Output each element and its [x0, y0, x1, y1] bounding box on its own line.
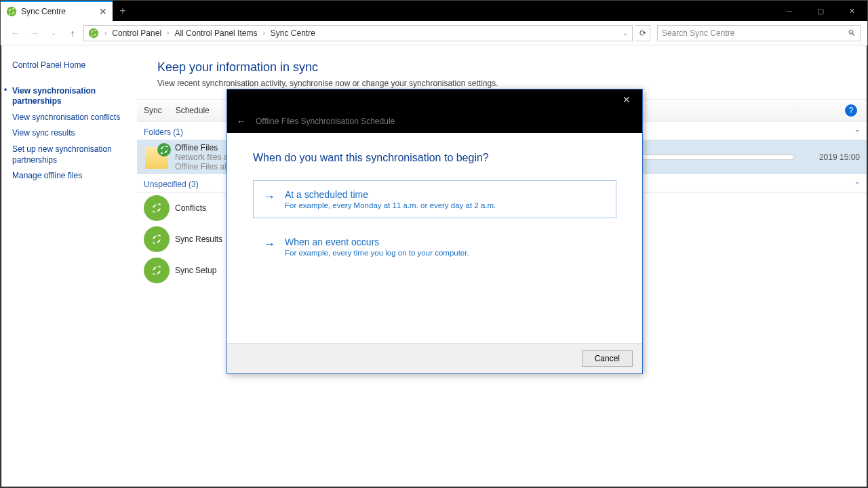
- sidebar: Control Panel Home View synchronisation …: [1, 45, 137, 487]
- up-button[interactable]: ↑: [64, 28, 81, 39]
- breadcrumb-item[interactable]: Sync Centre: [271, 28, 315, 38]
- dialog-question: When do you want this synchronisation to…: [253, 152, 616, 164]
- sidebar-item-conflicts[interactable]: View synchronisation conflicts: [12, 110, 137, 126]
- cancel-button[interactable]: Cancel: [582, 350, 633, 367]
- minimize-button[interactable]: ─: [774, 1, 805, 21]
- dialog-back-button[interactable]: ←: [237, 116, 246, 127]
- option-scheduled-time[interactable]: → At a scheduled time For example, every…: [253, 180, 616, 218]
- sync-centre-icon: [6, 6, 17, 17]
- item-time: 2019 15:00: [819, 152, 860, 162]
- svg-point-1: [89, 28, 98, 37]
- sidebar-item-partnerships[interactable]: View synchronisation partnerships: [12, 83, 137, 110]
- option-desc: For example, every Monday at 11 a.m. or …: [285, 200, 496, 209]
- sync-results-icon: [144, 226, 170, 252]
- sidebar-item-offline[interactable]: Manage offline files: [12, 168, 137, 184]
- option-event-occurs[interactable]: → When an event occurs For example, ever…: [253, 228, 616, 266]
- maximize-button[interactable]: ▢: [805, 1, 836, 21]
- arrow-right-icon: →: [263, 237, 275, 250]
- group-label: Unspecified (3): [144, 180, 199, 189]
- chevron-right-icon[interactable]: ›: [260, 29, 267, 37]
- address-dropdown-icon[interactable]: ⌄: [623, 29, 628, 37]
- search-placeholder: Search Sync Centre: [662, 28, 734, 38]
- search-input[interactable]: Search Sync Centre 🔍︎: [657, 25, 861, 41]
- titlebar: Sync Centre ✕ + ─ ▢ ✕: [1, 1, 867, 21]
- refresh-button[interactable]: ⟳: [635, 25, 650, 41]
- dialog-footer: Cancel: [227, 343, 642, 373]
- chevron-right-icon[interactable]: ›: [164, 29, 172, 37]
- help-icon[interactable]: ?: [845, 104, 857, 117]
- group-label: Folders (1): [144, 127, 183, 137]
- option-desc: For example, every time you log on to yo…: [285, 247, 469, 257]
- sidebar-item-home[interactable]: Control Panel Home: [12, 58, 137, 74]
- new-tab-button[interactable]: +: [113, 1, 133, 21]
- schedule-dialog: ✕ ← Offline Files Synchronisation Schedu…: [226, 89, 643, 374]
- location-icon: [88, 28, 99, 39]
- recent-dropdown[interactable]: ⌄: [45, 29, 62, 37]
- search-icon: 🔍︎: [848, 28, 856, 38]
- dialog-breadcrumb: Offline Files Synchronisation Schedule: [256, 117, 395, 126]
- dialog-titlebar: ✕: [227, 89, 642, 110]
- option-title: At a scheduled time: [285, 189, 496, 200]
- dialog-header: ← Offline Files Synchronisation Schedule: [227, 110, 642, 133]
- schedule-menu[interactable]: Schedule: [176, 106, 210, 115]
- sync-setup-icon: [144, 258, 170, 283]
- arrow-right-icon: →: [263, 189, 275, 203]
- back-button[interactable]: ←: [7, 28, 24, 39]
- window-controls: ─ ▢ ✕: [774, 1, 867, 21]
- window-tab[interactable]: Sync Centre ✕: [1, 1, 113, 21]
- dialog-close-button[interactable]: ✕: [611, 89, 642, 110]
- breadcrumb-item[interactable]: Control Panel: [112, 28, 161, 38]
- toolbar: ← → ⌄ ↑ › Control Panel › All Control Pa…: [1, 21, 867, 45]
- close-button[interactable]: ✕: [836, 1, 867, 21]
- tab-close-icon[interactable]: ✕: [99, 6, 107, 17]
- offline-files-icon: [144, 144, 170, 170]
- conflicts-icon: [144, 195, 170, 221]
- option-title: When an event occurs: [285, 237, 469, 247]
- page-title: Keep your information in sync: [137, 45, 867, 79]
- item-title: Sync Setup: [175, 266, 216, 275]
- breadcrumb-item[interactable]: All Control Panel Items: [174, 28, 257, 38]
- tab-title: Sync Centre: [21, 7, 66, 16]
- item-title: Conflicts: [175, 203, 206, 213]
- chevron-up-icon[interactable]: ⌃: [854, 129, 860, 136]
- forward-button[interactable]: →: [26, 28, 43, 39]
- sidebar-item-results[interactable]: View sync results: [12, 125, 137, 142]
- item-title: Sync Results: [175, 235, 222, 244]
- svg-point-0: [7, 7, 16, 16]
- sidebar-item-setup[interactable]: Set up new synchronisation partnerships: [12, 142, 137, 168]
- sync-menu[interactable]: Sync: [144, 106, 162, 115]
- chevron-up-icon[interactable]: ⌃: [854, 181, 860, 188]
- dialog-body: When do you want this synchronisation to…: [227, 133, 642, 343]
- address-bar[interactable]: › Control Panel › All Control Panel Item…: [83, 25, 633, 41]
- chevron-right-icon[interactable]: ›: [102, 29, 109, 37]
